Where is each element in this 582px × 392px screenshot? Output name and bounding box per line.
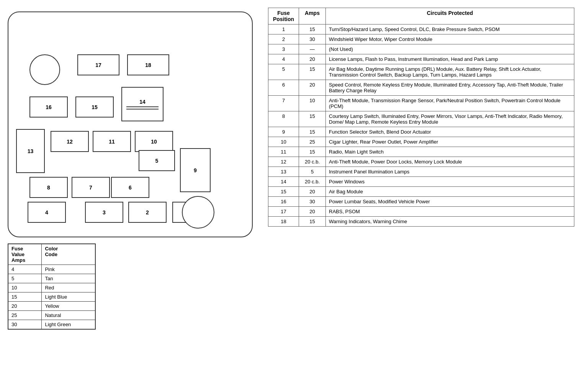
legend-amps: 15: [8, 292, 42, 302]
fuse-position-cell: 5: [268, 64, 299, 80]
fuse-amps-cell: 15: [299, 111, 326, 127]
legend-amps: 25: [8, 311, 42, 320]
fuse-position-cell: 16: [268, 197, 299, 207]
relay-bottom-right: [182, 196, 214, 229]
fuse-circuits-cell: License Lamps, Flash to Pass, Instrument…: [326, 54, 574, 64]
table-row: 115Turn/Stop/Hazard Lamp, Speed Control,…: [268, 24, 574, 34]
fuse-amps-cell: 20 c.b.: [299, 177, 326, 187]
table-row: 815Courtesy Lamp Switch, Illuminated Ent…: [268, 111, 574, 127]
fuse-5: 5: [139, 150, 175, 171]
fuse-circuits-cell: Radio, Main Light Switch: [326, 147, 574, 157]
fuse-circuits-cell: Air Bag Module: [326, 187, 574, 197]
fuse-position-cell: 6: [268, 80, 299, 96]
fuse-position-cell: 8: [268, 111, 299, 127]
left-panel: 17 18 16 15 14 13 12 11: [4, 4, 264, 388]
fuse-circuits-cell: Anti-Theft Module, Transmission Range Se…: [326, 96, 574, 111]
legend-amps: 10: [8, 283, 42, 292]
table-header-amps: Amps: [299, 8, 326, 24]
fuse-2: 2: [128, 202, 167, 223]
fuse-amps-cell: 20: [299, 207, 326, 217]
fuse-14: 14: [121, 87, 163, 121]
fuse-circuits-cell: (Not Used): [326, 44, 574, 54]
fuse-amps-cell: 20 c.b.: [299, 157, 326, 167]
fuse-amps-cell: 15: [299, 147, 326, 157]
fuse-position-cell: 4: [268, 54, 299, 64]
fuse-6: 6: [111, 177, 149, 198]
fuse-3: 3: [85, 202, 123, 223]
table-row: 1115Radio, Main Light Switch: [268, 147, 574, 157]
table-row: 3—(Not Used): [268, 44, 574, 54]
fuse-circuits-cell: Courtesy Lamp Switch, Illuminated Entry,…: [326, 111, 574, 127]
fuse-position-cell: 13: [268, 167, 299, 177]
fuse-18: 17: [77, 54, 119, 75]
fuse-circuits-cell: Anti-Theft Module, Power Door Locks, Mem…: [326, 157, 574, 167]
legend-color: Natural: [42, 311, 95, 320]
fuse-11: 11: [93, 131, 131, 152]
legend-header-color: Color Code: [42, 244, 95, 265]
fuse-10: 10: [135, 131, 173, 152]
fuse-position-cell: 1: [268, 24, 299, 34]
fuse-amps-cell: 15: [299, 127, 326, 137]
fuse-13: 13: [16, 129, 45, 173]
fuse-amps-cell: 30: [299, 197, 326, 207]
fuse-diagram: 17 18 16 15 14 13 12 11: [8, 11, 253, 237]
fuse-17: 18: [127, 54, 169, 75]
legend-color: Yellow: [42, 302, 95, 311]
fuse-position-cell: 14: [268, 177, 299, 187]
table-row: 1420 c.b.Power Windows: [268, 177, 574, 187]
legend-color: Pink: [42, 265, 95, 274]
legend-color: Light Blue: [42, 292, 95, 302]
fuse-amps-cell: 5: [299, 167, 326, 177]
fuse-amps-cell: —: [299, 44, 326, 54]
legend-amps: 20: [8, 302, 42, 311]
table-row: 1520Air Bag Module: [268, 187, 574, 197]
legend-color: Tan: [42, 274, 95, 283]
table-header-position: Fuse Position: [268, 8, 299, 24]
table-row: 915Function Selector Switch, Blend Door …: [268, 127, 574, 137]
fuse-position-cell: 12: [268, 157, 299, 167]
fuse-amps-cell: 15: [299, 217, 326, 227]
fuse-16: 16: [29, 96, 68, 118]
fuse-amps-cell: 20: [299, 54, 326, 64]
fuse-position-cell: 2: [268, 34, 299, 44]
table-row: 420License Lamps, Flash to Pass, Instrum…: [268, 54, 574, 64]
right-panel: Fuse Position Amps Circuits Protected 11…: [264, 4, 578, 388]
fuse-position-cell: 11: [268, 147, 299, 157]
legend-header-amps: Fuse Value Amps: [8, 244, 42, 265]
fuse-position-cell: 18: [268, 217, 299, 227]
fuse-circuits-cell: Turn/Stop/Hazard Lamp, Speed Control, DL…: [326, 24, 574, 34]
fuse-7: 7: [72, 177, 110, 198]
fuse-position-cell: 3: [268, 44, 299, 54]
table-row: 1815Warning Indicators, Warning Chime: [268, 217, 574, 227]
table-row: 515Air Bag Module, Daytime Running Lamps…: [268, 64, 574, 80]
legend-table: Fuse Value Amps Color Code 4Pink5Tan10Re…: [8, 243, 96, 330]
fuse-amps-cell: 30: [299, 34, 326, 44]
fuse-circuits-cell: Windshield Wiper Motor, Wiper Control Mo…: [326, 34, 574, 44]
table-row: 1220 c.b.Anti-Theft Module, Power Door L…: [268, 157, 574, 167]
table-row: 620Speed Control, Remote Keyless Entry M…: [268, 80, 574, 96]
fuse-reference-table: Fuse Position Amps Circuits Protected 11…: [268, 8, 574, 227]
legend-color: Light Green: [42, 320, 95, 330]
fuse-amps-cell: 10: [299, 96, 326, 111]
fuse-15: 15: [75, 96, 114, 118]
fuse-circuits-cell: Warning Indicators, Warning Chime: [326, 217, 574, 227]
fuse-amps-cell: 20: [299, 80, 326, 96]
fuse-amps-cell: 15: [299, 64, 326, 80]
fuse-circuits-cell: Power Lumbar Seats, Modified Vehicle Pow…: [326, 197, 574, 207]
fuse-circuits-cell: Cigar Lighter, Rear Power Outlet, Power …: [326, 137, 574, 147]
table-row: 710Anti-Theft Module, Transmission Range…: [268, 96, 574, 111]
fuse-position-cell: 10: [268, 137, 299, 147]
relay-top-left: [29, 54, 60, 85]
fuse-position-cell: 7: [268, 96, 299, 111]
fuse-4: 4: [28, 202, 66, 223]
fuse-12: 12: [51, 131, 89, 152]
fuse-amps-cell: 15: [299, 24, 326, 34]
table-row: 1630Power Lumbar Seats, Modified Vehicle…: [268, 197, 574, 207]
fuse-circuits-cell: Function Selector Switch, Blend Door Act…: [326, 127, 574, 137]
fuse-circuits-cell: Power Windows: [326, 177, 574, 187]
fuse-position-cell: 15: [268, 187, 299, 197]
legend-color: Red: [42, 283, 95, 292]
table-row: 135Instrument Panel Illumination Lamps: [268, 167, 574, 177]
table-row: 1720RABS, PSOM: [268, 207, 574, 217]
legend-amps: 4: [8, 265, 42, 274]
